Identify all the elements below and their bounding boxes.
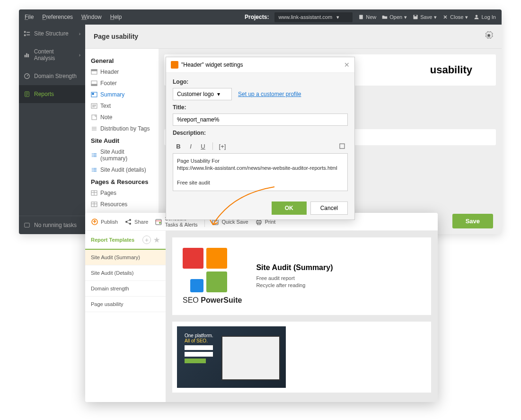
template-item-0[interactable]: Site Audit (Summary): [85, 250, 166, 265]
underline-button[interactable]: U: [197, 141, 209, 151]
widget-header[interactable]: Header: [85, 66, 159, 78]
website-screenshot: One platform.All of SEO.: [177, 326, 286, 388]
svg-rect-22: [92, 115, 97, 120]
template-item-3[interactable]: Page usability: [85, 297, 166, 312]
logo-label: Logo:: [173, 79, 348, 85]
sidebar-content-analysis[interactable]: Content Analysis›: [19, 43, 85, 67]
report-sub2: Recycle after reading: [256, 282, 333, 289]
template-item-2[interactable]: Domain strength: [85, 281, 166, 297]
header-widget-dialog: "Header" widget settings ✕ Logo: Custome…: [166, 57, 355, 220]
logo-select[interactable]: Customer logo ▾: [173, 88, 232, 100]
sidebar-reports[interactable]: Reports: [19, 85, 85, 103]
widget-panel: General Header Footer Summary Text Note …: [85, 49, 159, 234]
save-menu-button[interactable]: Save ▾: [413, 14, 437, 20]
svg-rect-18: [91, 84, 97, 86]
svg-rect-16: [91, 70, 97, 71]
widget-sa-summary[interactable]: Site Audit (summary): [85, 146, 159, 164]
svg-rect-5: [24, 35, 26, 36]
sidebar-site-structure[interactable]: Site Structure›: [19, 25, 85, 43]
svg-rect-7: [26, 35, 30, 35]
cancel-button[interactable]: Cancel: [310, 201, 348, 215]
project-select[interactable]: www.link-assistant.com ▾: [274, 12, 353, 22]
fullscreen-icon[interactable]: [336, 141, 348, 151]
report-header-card: SEO PowerSuite Site Audit (Summary) Free…: [172, 237, 431, 315]
insert-button[interactable]: [+]: [217, 141, 228, 151]
save-button[interactable]: Save: [452, 214, 493, 228]
title-input[interactable]: [173, 114, 348, 126]
widget-summary[interactable]: Summary: [85, 89, 159, 100]
report-sub1: Free audit report: [256, 275, 333, 282]
setup-profile-link[interactable]: Set up a customer profile: [238, 91, 301, 97]
list-icon: [91, 166, 97, 173]
editor-toolbar: B I U [+]: [173, 139, 348, 153]
svg-point-31: [159, 222, 161, 224]
projects-label: Projects:: [245, 14, 269, 20]
header-widget-icon: [91, 69, 97, 75]
widget-sa-details[interactable]: Site Audit (details): [85, 164, 159, 175]
close-button[interactable]: Close ▾: [442, 14, 468, 20]
open-button[interactable]: Open ▾: [382, 14, 407, 20]
page-title: Page usability: [94, 33, 138, 40]
favorite-icon[interactable]: ★: [154, 236, 160, 244]
italic-button[interactable]: I: [185, 141, 196, 151]
widget-footer[interactable]: Footer: [85, 78, 159, 89]
powersuite-logo: SEO PowerSuite: [183, 248, 242, 305]
tasks-icon: [24, 222, 30, 228]
svg-point-14: [488, 35, 490, 37]
structure-icon: [24, 30, 30, 37]
widget-text[interactable]: Text: [85, 100, 159, 112]
widget-distribution[interactable]: Distribution by Tags: [85, 123, 159, 134]
menu-file[interactable]: File: [25, 14, 34, 20]
footer-widget-icon: [91, 80, 97, 87]
bold-button[interactable]: B: [173, 141, 184, 151]
gear-icon[interactable]: [485, 31, 493, 42]
menu-preferences[interactable]: Preferences: [42, 14, 73, 20]
menu-help[interactable]: Help: [110, 14, 122, 20]
svg-rect-4: [24, 31, 26, 33]
dialog-close-icon[interactable]: ✕: [344, 61, 350, 69]
widget-resources[interactable]: Resources: [85, 199, 159, 210]
svg-rect-10: [28, 54, 29, 57]
list-icon: [91, 152, 97, 158]
ok-button[interactable]: OK: [272, 201, 307, 215]
menu-window[interactable]: Window: [81, 14, 102, 20]
add-template-button[interactable]: +: [142, 236, 151, 244]
group-site-audit: Site Audit: [85, 134, 159, 146]
report-preview: SEO PowerSuite Site Audit (Summary) Free…: [166, 231, 438, 402]
report-window: Publish Share Schedule Tasks & Alerts Qu…: [85, 213, 438, 402]
menubar: File Preferences Window Help Projects: w…: [19, 9, 502, 25]
description-label: Description:: [173, 130, 348, 136]
sidebar: Site Structure› Content Analysis› Domain…: [19, 25, 85, 234]
templates-header: Report Templates + ★: [85, 231, 166, 250]
svg-rect-9: [26, 53, 27, 58]
template-list: Report Templates + ★ Site Audit (Summary…: [85, 231, 166, 402]
dialog-logo-icon: [171, 61, 178, 69]
reports-icon: [24, 91, 30, 97]
svg-rect-8: [25, 55, 26, 57]
svg-rect-6: [26, 32, 30, 33]
svg-rect-20: [92, 93, 94, 95]
login-button[interactable]: Log In: [474, 14, 496, 20]
analysis-icon: [24, 52, 30, 58]
widget-pages[interactable]: Pages: [85, 187, 159, 199]
widget-note[interactable]: Note: [85, 112, 159, 123]
svg-rect-25: [340, 144, 344, 149]
grid-icon: [91, 190, 97, 196]
dialog-header: "Header" widget settings ✕: [166, 57, 354, 73]
publish-button[interactable]: Publish: [91, 218, 118, 226]
screenshot-card: One platform.All of SEO.: [172, 322, 431, 393]
gauge-icon: [24, 73, 30, 79]
distribution-widget-icon: [91, 125, 97, 132]
content-header: Page usability: [85, 25, 502, 49]
sidebar-footer: No running tasks: [19, 216, 85, 234]
sidebar-domain-strength[interactable]: Domain Strength: [19, 67, 85, 85]
group-pages-resources: Pages & Resources: [85, 175, 159, 187]
template-item-1[interactable]: Site Audit (Details): [85, 265, 166, 281]
title-label: Title:: [173, 104, 348, 111]
svg-rect-13: [25, 223, 30, 228]
svg-point-3: [476, 15, 478, 18]
new-button[interactable]: New: [358, 14, 376, 20]
svg-rect-2: [415, 15, 417, 17]
share-button[interactable]: Share: [124, 218, 148, 226]
description-editor[interactable]: Page Usability For https://www.link-assi…: [173, 153, 348, 191]
